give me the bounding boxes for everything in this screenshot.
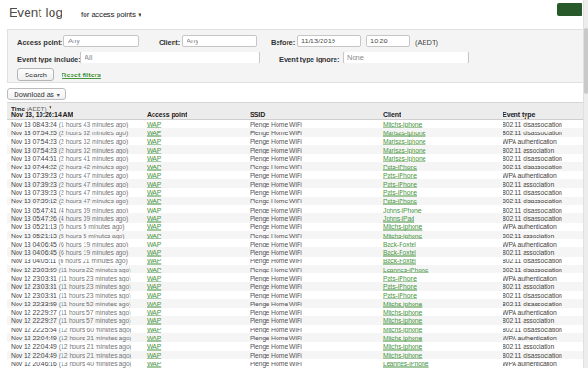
access-point-link[interactable]: WAP xyxy=(147,198,161,204)
access-point-link[interactable]: WAP xyxy=(147,292,161,298)
before-date-input[interactable] xyxy=(297,35,361,47)
event-type-cell: 802.11 disassociation xyxy=(503,164,562,170)
client-link[interactable]: Mitchs-iphone xyxy=(383,335,422,341)
event-type-cell: 802.11 association xyxy=(503,283,554,290)
access-point-link[interactable]: WAP xyxy=(147,121,161,127)
client-link[interactable]: Pats-iPhone xyxy=(383,164,417,170)
client-link[interactable]: Leannes-iPhone xyxy=(383,266,429,272)
client-link[interactable]: Mitchs-iphone xyxy=(383,121,422,127)
table-row: Nov 13 04:05:11 (6 hours 21 minutes ago)… xyxy=(7,257,584,265)
event-type-cell: 802.11 disassociation xyxy=(503,206,562,213)
table-row: Nov 13 07:39:23 (2 hours 47 minutes ago)… xyxy=(7,188,584,196)
access-point-link[interactable]: WAP xyxy=(147,317,161,324)
vertical-scrollbar[interactable] xyxy=(583,0,588,368)
search-button[interactable]: Search xyxy=(17,68,54,81)
access-point-link[interactable]: WAP xyxy=(147,155,161,161)
access-point-link[interactable]: WAP xyxy=(147,146,161,153)
access-point-link[interactable]: WAP xyxy=(147,283,161,290)
download-as-button[interactable]: Download as ▾ xyxy=(7,88,66,100)
ssid-cell: Plenge Home WiFi xyxy=(250,274,302,281)
scrollbar-thumb[interactable] xyxy=(584,28,588,94)
access-point-link[interactable]: WAP xyxy=(147,180,161,187)
client-link[interactable]: Marisas-iphone xyxy=(383,146,425,153)
access-point-link[interactable]: WAP xyxy=(147,164,161,170)
event-time: Nov 12 23:03:59 (11 hours 22 minutes ago… xyxy=(11,266,131,272)
access-point-link[interactable]: WAP xyxy=(147,249,161,256)
reset-filters-link[interactable]: Reset filters xyxy=(62,71,101,79)
client-link[interactable]: Leannes-iPhone xyxy=(383,360,429,366)
access-point-link[interactable]: WAP xyxy=(147,224,161,230)
client-link[interactable]: Pats-iPhone xyxy=(383,190,417,196)
client-link[interactable]: Mitchs-iphone xyxy=(383,317,422,324)
client-link[interactable]: Marisas-iphone xyxy=(383,138,425,144)
access-point-link[interactable]: WAP xyxy=(147,190,161,196)
access-point-link[interactable]: WAP xyxy=(147,326,161,332)
access-point-cell: WAP xyxy=(147,317,161,324)
client-link[interactable]: Back-Foxtel xyxy=(383,249,416,256)
access-point-link[interactable]: WAP xyxy=(147,300,161,306)
access-point-link[interactable]: WAP xyxy=(147,351,161,358)
client-link[interactable]: Johns-iPhone xyxy=(383,206,422,213)
event-type-ignore-input[interactable] xyxy=(343,52,469,63)
client-cell: Marisas-iphone xyxy=(383,146,425,153)
event-time-ago: (2 hours 47 minutes ago) xyxy=(59,190,129,196)
event-type-cell: WPA authentication xyxy=(503,335,557,341)
access-point-link[interactable]: WAP xyxy=(147,360,161,366)
client-link[interactable]: Pats-iPhone xyxy=(383,292,417,298)
client-link[interactable]: Pats-iPhone xyxy=(383,180,417,187)
client-link[interactable]: Mitchs-iphone xyxy=(383,232,422,238)
client-link[interactable]: Mitchs-iphone xyxy=(383,326,422,332)
client-input[interactable] xyxy=(182,35,257,47)
event-time-ago: (11 hours 23 minutes ago) xyxy=(59,274,131,281)
before-time-input[interactable] xyxy=(366,35,410,47)
ssid-cell: Plenge Home WiFi xyxy=(250,309,302,316)
client-link[interactable]: Mitchs-iphone xyxy=(383,300,422,306)
event-timestamp: Nov 13 07:39:23 xyxy=(11,172,59,178)
access-point-link[interactable]: WAP xyxy=(147,343,161,350)
client-link[interactable]: Mitchs-iphone xyxy=(383,309,422,316)
table-header: Time (AEDT) ▼ Nov 13, 10:26:14 AM Access… xyxy=(7,102,584,120)
event-timestamp: Nov 12 23:03:59 xyxy=(11,266,59,272)
event-timestamp: Nov 13 07:39:23 xyxy=(11,190,59,196)
access-point-link[interactable]: WAP xyxy=(147,335,161,341)
access-point-link[interactable]: WAP xyxy=(147,309,161,316)
client-link[interactable]: Pats-iPhone xyxy=(383,274,417,281)
client-label: Client: xyxy=(159,39,180,47)
access-point-link[interactable]: WAP xyxy=(147,138,161,144)
access-point-link[interactable]: WAP xyxy=(147,274,161,281)
client-link[interactable]: Pats-iPhone xyxy=(383,172,417,178)
access-point-link[interactable]: WAP xyxy=(147,214,161,221)
ssid-cell: Plenge Home WiFi xyxy=(250,258,302,264)
access-point-cell: WAP xyxy=(147,326,161,332)
client-link[interactable]: Back-Foxtel xyxy=(383,258,416,264)
access-point-link[interactable]: WAP xyxy=(147,266,161,272)
access-point-link[interactable]: WAP xyxy=(147,129,161,135)
event-time-ago: (2 hours 42 minutes ago) xyxy=(59,164,129,170)
event-timestamp: Nov 13 07:54:23 xyxy=(11,138,59,144)
scope-dropdown[interactable]: for access points ▾ xyxy=(81,10,141,18)
access-point-input[interactable] xyxy=(63,35,139,47)
event-timestamp: Nov 12 22:29:27 xyxy=(11,317,59,324)
access-point-link[interactable]: WAP xyxy=(147,258,161,264)
client-link[interactable]: Back-Foxtel xyxy=(383,240,416,247)
client-link[interactable]: Mitchs-iphone xyxy=(383,224,422,230)
event-time: Nov 13 07:39:23 (2 hours 47 minutes ago) xyxy=(11,190,128,196)
access-point-link[interactable]: WAP xyxy=(147,232,161,238)
client-link[interactable]: Marisas-iphone xyxy=(383,129,425,135)
event-time-ago: (2 hours 32 minutes ago) xyxy=(59,129,129,135)
client-link[interactable]: Marisas-iphone xyxy=(383,155,425,161)
access-point-link[interactable]: WAP xyxy=(147,240,161,247)
access-point-link[interactable]: WAP xyxy=(147,206,161,213)
client-link[interactable]: Pats-iPhone xyxy=(383,283,417,290)
client-link[interactable]: Mitchs-iphone xyxy=(383,343,422,350)
event-timestamp: Nov 13 05:47:41 xyxy=(11,206,59,213)
event-time: Nov 13 07:54:23 (2 hours 32 minutes ago) xyxy=(11,138,128,144)
ssid-cell: Plenge Home WiFi xyxy=(250,206,302,213)
client-link[interactable]: Pats-iPhone xyxy=(383,198,417,204)
client-link[interactable]: Mitchs-iphone xyxy=(383,351,422,358)
client-link[interactable]: Johns-iPad xyxy=(383,214,414,221)
access-point-link[interactable]: WAP xyxy=(147,172,161,178)
ssid-cell: Plenge Home WiFi xyxy=(250,240,302,247)
event-time: Nov 12 22:29:27 (11 hours 57 minutes ago… xyxy=(11,309,131,316)
event-type-include-input[interactable] xyxy=(80,52,260,63)
